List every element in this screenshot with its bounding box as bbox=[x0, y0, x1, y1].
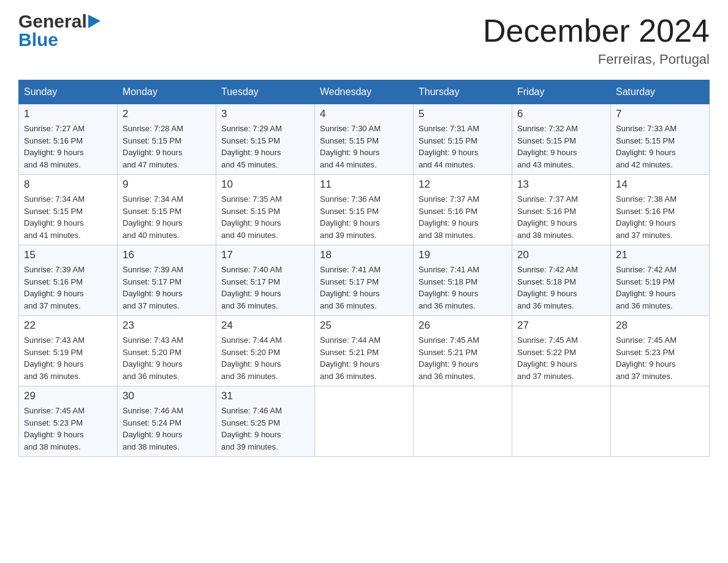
day-info: Sunrise: 7:37 AMSunset: 5:16 PMDaylight:… bbox=[419, 193, 507, 241]
calendar-day-cell bbox=[315, 386, 414, 457]
day-number: 15 bbox=[24, 249, 112, 261]
day-number: 24 bbox=[221, 320, 309, 332]
day-info: Sunrise: 7:37 AMSunset: 5:16 PMDaylight:… bbox=[517, 193, 605, 241]
calendar-day-cell: 3Sunrise: 7:29 AMSunset: 5:15 PMDaylight… bbox=[216, 104, 315, 175]
day-info: Sunrise: 7:33 AMSunset: 5:15 PMDaylight:… bbox=[616, 123, 704, 170]
day-info: Sunrise: 7:31 AMSunset: 5:15 PMDaylight:… bbox=[419, 123, 507, 170]
day-info: Sunrise: 7:34 AMSunset: 5:15 PMDaylight:… bbox=[24, 193, 112, 241]
calendar-header: SundayMondayTuesdayWednesdayThursdayFrid… bbox=[19, 80, 710, 104]
day-number: 3 bbox=[221, 108, 309, 120]
calendar-day-cell: 6Sunrise: 7:32 AMSunset: 5:15 PMDaylight… bbox=[512, 104, 611, 175]
day-number: 19 bbox=[419, 249, 507, 261]
calendar-day-cell: 20Sunrise: 7:42 AMSunset: 5:18 PMDayligh… bbox=[512, 245, 611, 316]
calendar-day-cell: 15Sunrise: 7:39 AMSunset: 5:16 PMDayligh… bbox=[19, 245, 118, 316]
header-day-saturday: Saturday bbox=[611, 80, 710, 104]
day-info: Sunrise: 7:28 AMSunset: 5:15 PMDaylight:… bbox=[123, 123, 211, 170]
day-info: Sunrise: 7:41 AMSunset: 5:18 PMDaylight:… bbox=[419, 264, 507, 312]
day-info: Sunrise: 7:40 AMSunset: 5:17 PMDaylight:… bbox=[221, 264, 309, 312]
calendar-day-cell: 23Sunrise: 7:43 AMSunset: 5:20 PMDayligh… bbox=[118, 316, 216, 386]
calendar-day-cell: 30Sunrise: 7:46 AMSunset: 5:24 PMDayligh… bbox=[118, 386, 216, 457]
day-number: 10 bbox=[221, 178, 309, 191]
day-number: 13 bbox=[517, 178, 605, 191]
calendar-day-cell: 21Sunrise: 7:42 AMSunset: 5:19 PMDayligh… bbox=[611, 245, 710, 316]
calendar-day-cell: 19Sunrise: 7:41 AMSunset: 5:18 PMDayligh… bbox=[414, 245, 512, 316]
header-day-wednesday: Wednesday bbox=[315, 80, 414, 104]
day-info: Sunrise: 7:42 AMSunset: 5:18 PMDaylight:… bbox=[517, 264, 605, 312]
calendar-day-cell: 18Sunrise: 7:41 AMSunset: 5:17 PMDayligh… bbox=[315, 245, 414, 316]
day-info: Sunrise: 7:46 AMSunset: 5:24 PMDaylight:… bbox=[123, 405, 211, 453]
calendar-table: SundayMondayTuesdayWednesdayThursdayFrid… bbox=[18, 80, 710, 457]
calendar-day-cell: 17Sunrise: 7:40 AMSunset: 5:17 PMDayligh… bbox=[216, 245, 315, 316]
day-number: 23 bbox=[123, 320, 211, 332]
month-title: December 2024 bbox=[483, 12, 710, 49]
day-number: 8 bbox=[24, 178, 112, 191]
day-info: Sunrise: 7:42 AMSunset: 5:19 PMDaylight:… bbox=[616, 264, 704, 312]
day-number: 21 bbox=[616, 249, 704, 261]
day-info: Sunrise: 7:41 AMSunset: 5:17 PMDaylight:… bbox=[320, 264, 408, 312]
calendar-day-cell: 31Sunrise: 7:46 AMSunset: 5:25 PMDayligh… bbox=[216, 386, 315, 457]
day-number: 25 bbox=[320, 320, 408, 332]
day-info: Sunrise: 7:36 AMSunset: 5:15 PMDaylight:… bbox=[320, 193, 408, 241]
day-info: Sunrise: 7:44 AMSunset: 5:20 PMDaylight:… bbox=[221, 334, 309, 382]
day-number: 11 bbox=[320, 178, 408, 191]
calendar-week-row: 29Sunrise: 7:45 AMSunset: 5:23 PMDayligh… bbox=[19, 386, 710, 457]
day-number: 5 bbox=[419, 108, 507, 120]
svg-marker-0 bbox=[88, 15, 100, 28]
day-info: Sunrise: 7:45 AMSunset: 5:23 PMDaylight:… bbox=[616, 334, 704, 382]
header-day-friday: Friday bbox=[512, 80, 611, 104]
day-number: 22 bbox=[24, 320, 112, 332]
calendar-day-cell: 14Sunrise: 7:38 AMSunset: 5:16 PMDayligh… bbox=[611, 175, 710, 245]
day-info: Sunrise: 7:45 AMSunset: 5:22 PMDaylight:… bbox=[517, 334, 605, 382]
header-day-tuesday: Tuesday bbox=[216, 80, 315, 104]
calendar-week-row: 22Sunrise: 7:43 AMSunset: 5:19 PMDayligh… bbox=[19, 316, 710, 386]
calendar-day-cell: 1Sunrise: 7:27 AMSunset: 5:16 PMDaylight… bbox=[19, 104, 118, 175]
day-number: 31 bbox=[221, 390, 309, 402]
calendar-day-cell: 2Sunrise: 7:28 AMSunset: 5:15 PMDaylight… bbox=[118, 104, 216, 175]
calendar-week-row: 1Sunrise: 7:27 AMSunset: 5:16 PMDaylight… bbox=[19, 104, 710, 175]
day-number: 30 bbox=[123, 390, 211, 402]
calendar-day-cell: 22Sunrise: 7:43 AMSunset: 5:19 PMDayligh… bbox=[19, 316, 118, 386]
day-number: 26 bbox=[419, 320, 507, 332]
day-info: Sunrise: 7:27 AMSunset: 5:16 PMDaylight:… bbox=[24, 123, 112, 170]
day-number: 20 bbox=[517, 249, 605, 261]
day-info: Sunrise: 7:32 AMSunset: 5:15 PMDaylight:… bbox=[517, 123, 605, 170]
calendar-day-cell: 26Sunrise: 7:45 AMSunset: 5:21 PMDayligh… bbox=[414, 316, 512, 386]
day-number: 9 bbox=[123, 178, 211, 191]
calendar-day-cell: 13Sunrise: 7:37 AMSunset: 5:16 PMDayligh… bbox=[512, 175, 611, 245]
calendar-week-row: 15Sunrise: 7:39 AMSunset: 5:16 PMDayligh… bbox=[19, 245, 710, 316]
calendar-day-cell: 12Sunrise: 7:37 AMSunset: 5:16 PMDayligh… bbox=[414, 175, 512, 245]
logo-general-text: General bbox=[18, 12, 87, 31]
day-number: 1 bbox=[24, 108, 112, 120]
calendar-day-cell bbox=[512, 386, 611, 457]
title-block: December 2024 Ferreiras, Portugal bbox=[483, 12, 710, 67]
calendar-week-row: 8Sunrise: 7:34 AMSunset: 5:15 PMDaylight… bbox=[19, 175, 710, 245]
logo: General Blue bbox=[18, 12, 100, 49]
day-info: Sunrise: 7:45 AMSunset: 5:23 PMDaylight:… bbox=[24, 405, 112, 453]
day-number: 2 bbox=[123, 108, 211, 120]
day-info: Sunrise: 7:29 AMSunset: 5:15 PMDaylight:… bbox=[221, 123, 309, 170]
day-info: Sunrise: 7:35 AMSunset: 5:15 PMDaylight:… bbox=[221, 193, 309, 241]
logo-triangle-icon bbox=[88, 15, 100, 28]
header-day-thursday: Thursday bbox=[414, 80, 512, 104]
header-day-sunday: Sunday bbox=[19, 80, 118, 104]
calendar-day-cell bbox=[611, 386, 710, 457]
header-row: SundayMondayTuesdayWednesdayThursdayFrid… bbox=[19, 80, 710, 104]
day-info: Sunrise: 7:34 AMSunset: 5:15 PMDaylight:… bbox=[123, 193, 211, 241]
calendar-day-cell: 16Sunrise: 7:39 AMSunset: 5:17 PMDayligh… bbox=[118, 245, 216, 316]
day-info: Sunrise: 7:43 AMSunset: 5:19 PMDaylight:… bbox=[24, 334, 112, 382]
calendar-day-cell: 10Sunrise: 7:35 AMSunset: 5:15 PMDayligh… bbox=[216, 175, 315, 245]
day-info: Sunrise: 7:39 AMSunset: 5:16 PMDaylight:… bbox=[24, 264, 112, 312]
day-info: Sunrise: 7:39 AMSunset: 5:17 PMDaylight:… bbox=[123, 264, 211, 312]
page-header: General Blue December 2024 Ferreiras, Po… bbox=[18, 12, 710, 67]
calendar-day-cell: 4Sunrise: 7:30 AMSunset: 5:15 PMDaylight… bbox=[315, 104, 414, 175]
calendar-day-cell: 8Sunrise: 7:34 AMSunset: 5:15 PMDaylight… bbox=[19, 175, 118, 245]
day-number: 16 bbox=[123, 249, 211, 261]
calendar-body: 1Sunrise: 7:27 AMSunset: 5:16 PMDaylight… bbox=[19, 104, 710, 457]
day-number: 6 bbox=[517, 108, 605, 120]
day-number: 28 bbox=[616, 320, 704, 332]
calendar-day-cell: 9Sunrise: 7:34 AMSunset: 5:15 PMDaylight… bbox=[118, 175, 216, 245]
calendar-day-cell: 28Sunrise: 7:45 AMSunset: 5:23 PMDayligh… bbox=[611, 316, 710, 386]
day-number: 29 bbox=[24, 390, 112, 402]
day-number: 4 bbox=[320, 108, 408, 120]
day-number: 18 bbox=[320, 249, 408, 261]
